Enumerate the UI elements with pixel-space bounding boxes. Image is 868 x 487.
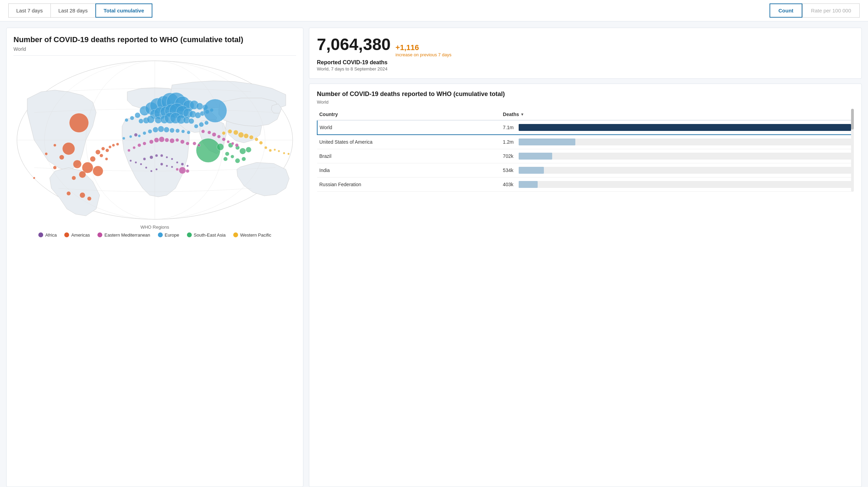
col-country: Country (317, 109, 501, 120)
svg-point-111 (187, 165, 189, 167)
tab-total-cumulative[interactable]: Total cumulative (95, 3, 152, 18)
svg-point-145 (193, 142, 196, 145)
svg-point-95 (150, 155, 153, 159)
svg-point-144 (235, 143, 238, 147)
svg-point-14 (67, 191, 71, 195)
svg-point-22 (108, 145, 111, 148)
legend-item: Western Pacific (233, 232, 271, 238)
svg-point-93 (134, 133, 138, 136)
svg-point-129 (255, 137, 258, 141)
table-row[interactable]: World 7.1m (317, 120, 853, 135)
stat-meta: World, 7 days to 8 September 2024 (317, 66, 854, 71)
cell-deaths: 702k (501, 149, 853, 163)
cell-country: India (317, 163, 501, 178)
table-row[interactable]: United States of America 1.2m (317, 135, 853, 149)
svg-point-17 (53, 166, 57, 169)
tab-last-7-days[interactable]: Last 7 days (8, 3, 50, 18)
scrollbar-thumb[interactable] (851, 109, 854, 130)
svg-point-106 (140, 163, 142, 165)
svg-point-62 (125, 118, 128, 122)
legend-item: South-East Asia (187, 232, 226, 238)
svg-point-109 (176, 161, 178, 163)
chart-title: Number of COVID-19 deaths reported to WH… (13, 35, 296, 45)
deaths-table: Country Deaths ▼ World 7.1m (317, 109, 854, 192)
svg-point-142 (227, 140, 229, 143)
svg-point-128 (249, 135, 253, 139)
svg-point-103 (155, 168, 158, 170)
svg-point-63 (139, 118, 143, 123)
table-row[interactable]: Brazil 702k (317, 149, 853, 163)
svg-point-99 (171, 158, 173, 160)
svg-point-126 (238, 132, 244, 137)
svg-point-122 (242, 157, 246, 161)
svg-point-105 (145, 166, 147, 169)
svg-point-98 (166, 156, 168, 158)
cell-country: United States of America (317, 135, 501, 149)
legend-items: AfricaAmericasEastern MediterraneanEurop… (13, 232, 296, 238)
cell-deaths: 403k (501, 178, 853, 192)
svg-point-121 (235, 158, 240, 163)
stat-label: Reported COVID-19 deaths (317, 59, 854, 66)
svg-point-87 (181, 130, 185, 133)
btn-rate[interactable]: Rate per 100 000 (802, 3, 860, 18)
svg-point-102 (171, 166, 173, 168)
world-map-svg (13, 56, 296, 221)
svg-point-108 (130, 160, 132, 162)
svg-point-15 (80, 192, 85, 198)
svg-point-76 (138, 143, 141, 147)
svg-point-127 (244, 133, 248, 138)
btn-count[interactable]: Count (770, 3, 802, 18)
legend-item: Americas (64, 232, 90, 238)
svg-point-26 (105, 157, 108, 160)
table-row[interactable]: Russian Federation 403k (317, 178, 853, 192)
svg-point-78 (128, 149, 130, 152)
left-panel: Number of COVID-19 deaths reported to WH… (6, 28, 303, 487)
svg-point-140 (217, 135, 221, 138)
svg-point-82 (153, 127, 158, 132)
svg-point-107 (135, 161, 137, 163)
tab-last-28-days[interactable]: Last 28 days (50, 3, 95, 18)
svg-point-65 (147, 115, 154, 123)
svg-point-28 (33, 177, 35, 179)
svg-point-74 (170, 138, 174, 143)
svg-point-66 (194, 124, 198, 128)
svg-point-72 (159, 136, 164, 142)
stat-increase: +1,116 (396, 43, 419, 52)
svg-point-12 (72, 176, 76, 180)
svg-point-116 (224, 157, 228, 161)
svg-point-136 (287, 153, 290, 155)
svg-point-77 (133, 146, 135, 149)
svg-point-61 (130, 116, 134, 120)
cell-country: Russian Federation (317, 178, 501, 192)
svg-point-20 (101, 147, 105, 150)
legend-item: Europe (158, 232, 179, 238)
stat-number: 7,064,380 (317, 35, 391, 54)
table-card-title: Number of COVID-19 deaths reported to WH… (317, 90, 854, 98)
legend-item: Eastern Mediterranean (97, 232, 150, 238)
svg-point-83 (158, 126, 164, 132)
legend-item: Africa (38, 232, 57, 238)
scrollbar-track[interactable] (851, 109, 854, 192)
svg-point-11 (79, 171, 86, 178)
table-row[interactable]: India 534k (317, 163, 853, 178)
stat-card: 7,064,380 +1,116 increase on previous 7 … (309, 28, 862, 79)
table-card: Number of COVID-19 deaths reported to WH… (309, 84, 862, 487)
svg-point-9 (93, 166, 103, 176)
svg-point-148 (186, 169, 189, 173)
cell-deaths: 1.2m (501, 135, 853, 149)
cell-country: Brazil (317, 149, 501, 163)
svg-point-125 (233, 130, 238, 135)
svg-point-133 (274, 149, 276, 151)
col-deaths[interactable]: Deaths ▼ (501, 109, 853, 120)
legend-title: WHO Regions (13, 225, 296, 230)
svg-point-101 (166, 165, 168, 167)
svg-point-38 (196, 103, 203, 109)
svg-point-146 (198, 144, 200, 146)
svg-point-85 (170, 128, 174, 133)
svg-point-96 (155, 154, 158, 157)
svg-point-68 (205, 121, 209, 125)
svg-point-25 (100, 154, 103, 157)
svg-point-71 (154, 137, 159, 142)
svg-point-86 (176, 128, 180, 133)
svg-point-138 (208, 131, 211, 134)
